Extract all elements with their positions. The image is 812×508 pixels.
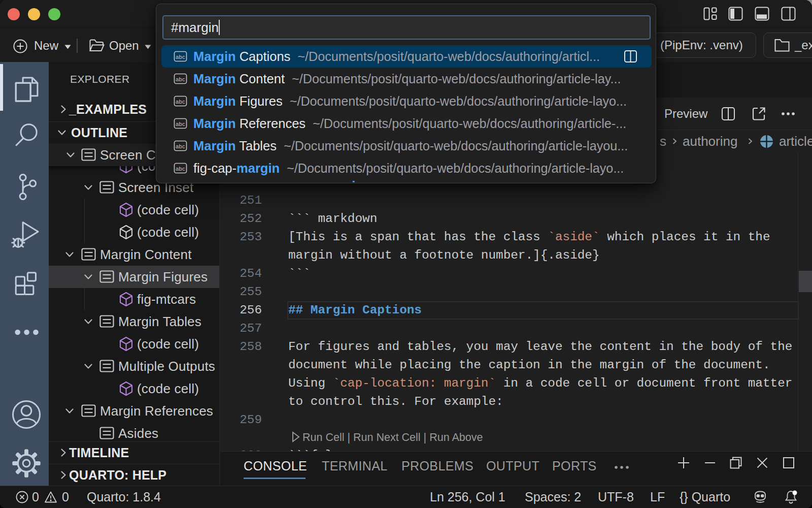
svg-text:abc: abc: [176, 166, 185, 172]
svg-text:abc: abc: [176, 54, 185, 60]
svg-text:abc: abc: [176, 99, 185, 105]
svg-text:abc: abc: [176, 76, 185, 82]
svg-text:abc: abc: [176, 121, 185, 127]
svg-text:abc: abc: [176, 143, 185, 149]
